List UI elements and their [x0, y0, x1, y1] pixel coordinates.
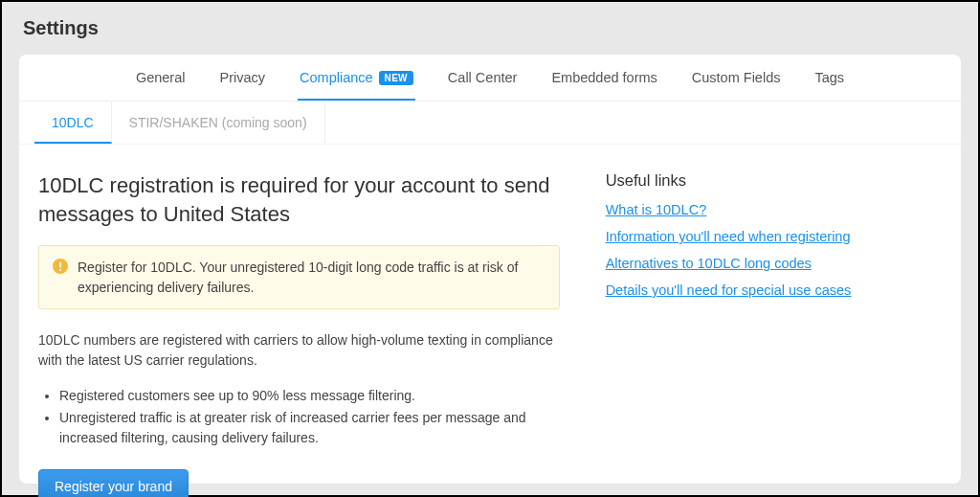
tab-label: Privacy [219, 70, 265, 85]
bullet-list: Registered customers see up to 90% less … [38, 386, 560, 448]
tab-privacy[interactable]: Privacy [217, 55, 267, 101]
tab-label: General [136, 70, 186, 85]
tab-custom-fields[interactable]: Custom Fields [690, 55, 783, 101]
tab-label: Tags [814, 70, 844, 85]
subtab-label: STIR/SHAKEN (coming soon) [129, 115, 307, 130]
sidebar-column: Useful links What is 10DLC? Information … [606, 171, 942, 497]
tab-general[interactable]: General [134, 55, 188, 101]
tab-compliance[interactable]: Compliance NEW [298, 55, 415, 101]
svg-rect-1 [59, 262, 61, 268]
warning-alert: Register for 10DLC. Your unregistered 10… [38, 245, 560, 309]
tab-label: Embedded forms [551, 70, 657, 85]
link-special-use-cases[interactable]: Details you'll need for special use case… [606, 282, 852, 298]
tab-call-center[interactable]: Call Center [446, 55, 520, 101]
tabs-primary: General Privacy Compliance NEW Call Cent… [19, 55, 961, 102]
page-title: Settings [2, 2, 978, 55]
link-alternatives[interactable]: Alternatives to 10DLC long codes [606, 256, 812, 271]
bullet-item: Registered customers see up to 90% less … [59, 386, 560, 406]
link-info-registering[interactable]: Information you'll need when registering [606, 229, 851, 244]
content-wrap: 10DLC registration is required for your … [19, 145, 961, 497]
subtab-stir-shaken[interactable]: STIR/SHAKEN (coming soon) [112, 102, 325, 144]
useful-links-list: What is 10DLC? Information you'll need w… [606, 201, 942, 299]
sidebar-heading: Useful links [606, 171, 942, 190]
subtab-label: 10DLC [52, 115, 94, 130]
main-column: 10DLC registration is required for your … [38, 171, 560, 497]
content-heading: 10DLC registration is required for your … [38, 171, 560, 228]
new-badge: NEW [379, 71, 413, 85]
tab-label: Compliance [300, 70, 373, 85]
tab-label: Custom Fields [692, 70, 781, 85]
tab-embedded-forms[interactable]: Embedded forms [549, 55, 658, 101]
tab-tags[interactable]: Tags [813, 55, 846, 101]
bullet-item: Unregistered traffic is at greater risk … [59, 408, 560, 448]
tab-label: Call Center [448, 70, 518, 85]
settings-frame: Settings General Privacy Compliance NEW … [0, 0, 980, 497]
alert-text: Register for 10DLC. Your unregistered 10… [78, 258, 546, 297]
register-brand-button[interactable]: Register your brand [38, 469, 189, 497]
body-text: 10DLC numbers are registered with carrie… [38, 330, 560, 371]
tabs-secondary: 10DLC STIR/SHAKEN (coming soon) [19, 102, 961, 145]
svg-point-2 [59, 269, 61, 271]
subtab-10dlc[interactable]: 10DLC [34, 102, 112, 144]
warning-icon [53, 259, 68, 274]
settings-card: General Privacy Compliance NEW Call Cent… [19, 55, 961, 484]
link-what-is-10dlc[interactable]: What is 10DLC? [606, 202, 707, 217]
